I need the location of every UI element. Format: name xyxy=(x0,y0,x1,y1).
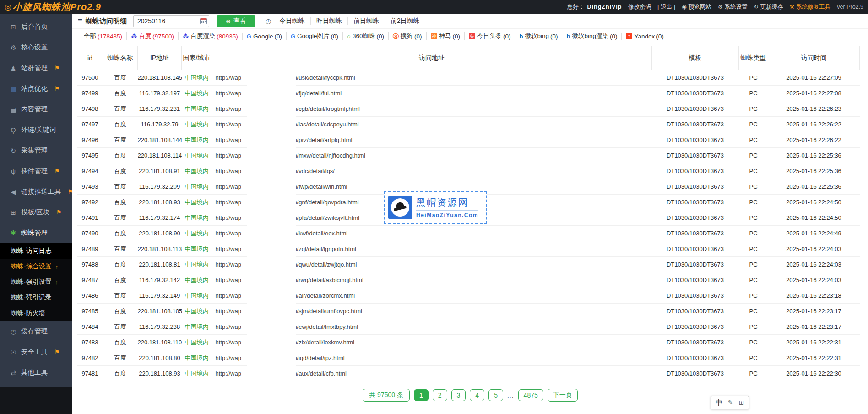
cell-template: DT1030/1030DT3673 xyxy=(652,86,739,101)
cell-ip: 116.179.32.174 xyxy=(138,210,182,226)
quick-date-link[interactable]: 昨日蜘蛛 xyxy=(310,17,347,25)
pin-icon: ⚑ xyxy=(54,85,60,92)
app-logo[interactable]: ◎ 小旋风蜘蛛池Pro2.9 xyxy=(5,1,101,13)
page-2[interactable]: 2 xyxy=(433,389,447,401)
filter-toutiao[interactable]: 头 今日头条 (0) xyxy=(464,32,515,40)
filter-label: 百度 xyxy=(139,32,151,40)
url-suffix: cn/iqd/detail/ipz.html xyxy=(291,354,345,361)
repair-tool-link[interactable]: ⚒ 系统修复工具 xyxy=(790,3,831,11)
filter-baidu-render[interactable]: ⁂ 百度渲染 (80935) xyxy=(178,32,242,40)
list-icon: ≡ xyxy=(78,16,82,26)
sidebar-item-spider-firewall[interactable]: 蜘蛛·防火墙 ⚑ xyxy=(0,305,72,321)
sidebar-item-spider-settings[interactable]: 蜘蛛·综合设置 ↑ ⚑ xyxy=(0,259,72,274)
sidebar-item-spider[interactable]: ✱ 蜘蛛管理 ⚑ xyxy=(0,223,72,243)
cell-region: 中国境内 xyxy=(182,272,212,288)
ime-pencil-icon[interactable]: ✎ xyxy=(728,399,733,406)
cell-region: 中国境内 xyxy=(182,257,212,272)
table-row: 97487 百度 116.179.32.142 中国境内 http://wapc… xyxy=(77,272,860,288)
quick-date-link[interactable]: 前日蜘蛛 xyxy=(347,17,385,25)
sidebar-item-site-group[interactable]: ♟ 站群管理 ⚑ xyxy=(0,58,72,78)
filter-bing[interactable]: b 微软bing (0) xyxy=(515,32,562,40)
url-suffix: cn/gnf/detail/qovpdra.html xyxy=(291,199,359,206)
cell-id: 97492 xyxy=(77,195,103,210)
top-header-bar: ◎ 小旋风蜘蛛池Pro2.9 您好：DingZhiVip 修改密码 [ 退出 ]… xyxy=(0,0,868,14)
toolbar: ≡ 蜘蛛访问明细 ⊕ 查看 ◷ 今日蜘蛛 昨日蜘蛛 xyxy=(72,14,868,29)
cell-id: 97500 xyxy=(77,70,103,86)
table-row: 97481 百度 220.181.108.93 中国境内 http://wapc… xyxy=(77,366,860,381)
cell-template: DT1030/1030DT3673 xyxy=(652,148,739,163)
bing-icon: b xyxy=(566,33,570,39)
page-3[interactable]: 3 xyxy=(451,389,466,401)
sidebar-item-spider-log[interactable]: 蜘蛛·访问日志 ⚑ xyxy=(0,243,72,259)
system-settings-link[interactable]: ⚙ 系统设置 xyxy=(718,3,748,11)
cell-visit-time: 2025-01-16 22:23:17 xyxy=(768,319,860,335)
ime-grid-icon[interactable]: ⊞ xyxy=(739,399,744,406)
next-page-button[interactable]: 下一页 xyxy=(548,389,578,402)
page-4[interactable]: 4 xyxy=(470,389,484,401)
sidebar-item-core-settings[interactable]: ⚙ 核心设置 ⚑ xyxy=(0,37,72,58)
filter-google[interactable]: G Google (0) xyxy=(242,33,286,40)
view-button[interactable]: ⊕ 查看 xyxy=(217,15,255,27)
sidebar-item-spider-force-log[interactable]: 蜘蛛·强引记录 ⚑ xyxy=(0,290,72,305)
cell-id: 97487 xyxy=(77,272,103,288)
cell-template: DT1030/1030DT3673 xyxy=(652,179,739,195)
sidebar-item-collect[interactable]: ↻ 采集管理 ⚑ xyxy=(0,140,72,161)
page-5[interactable]: 5 xyxy=(488,389,503,401)
filter-label: 今日头条 xyxy=(477,32,502,40)
sidebar-item-dashboard[interactable]: ⊡ 后台首页 ⚑ xyxy=(0,16,72,37)
url-suffix: cn/fwp/detail/wih.html xyxy=(291,183,347,190)
sidebar-item-links-keywords[interactable]: Ϙ 外链/关键词 ⚑ xyxy=(0,120,72,140)
ime-language-toggle[interactable]: 中 xyxy=(716,398,722,407)
cell-visit-time: 2025-01-16 22:23:17 xyxy=(768,304,860,319)
system-settings-label: 系统设置 xyxy=(725,3,748,11)
refresh-cache-link[interactable]: ↻ 更新缓存 xyxy=(754,3,783,11)
cell-template: DT1030/1030DT3673 xyxy=(652,70,739,86)
col-template: 模板 xyxy=(652,46,739,70)
sidebar-item-site-optimize[interactable]: ▦ 站点优化 ⚑ xyxy=(0,78,72,99)
page-last[interactable]: 4875 xyxy=(518,389,543,401)
filter-label: 360蜘蛛 xyxy=(353,32,375,40)
refresh-cache-label: 更新缓存 xyxy=(760,3,783,11)
change-password-link[interactable]: 修改密码 xyxy=(628,3,651,11)
calendar-icon[interactable] xyxy=(200,17,207,24)
cell-ip: 220.181.108.105 xyxy=(138,304,182,319)
sidebar-item-cache[interactable]: ◷ 缓存管理 ⚑ xyxy=(0,321,72,342)
logout-link[interactable]: [ 退出 ] xyxy=(657,3,675,11)
cell-region: 中国境内 xyxy=(182,86,212,101)
sidebar-item-spider-force-settings[interactable]: 蜘蛛·强引设置 ↑ ⚑ xyxy=(0,274,72,290)
pin-icon: ⚑ xyxy=(54,349,60,355)
url-prefix: http://wap xyxy=(216,90,241,97)
filter-google-images[interactable]: G Google图片 (0) xyxy=(286,32,342,40)
cell-id: 97483 xyxy=(77,335,103,350)
cell-spider-name: 百度 xyxy=(103,288,138,304)
sidebar-item-templates[interactable]: ⊞ 模板/区块 ⚑ xyxy=(0,202,72,223)
date-input[interactable] xyxy=(133,15,209,27)
filter-sogou[interactable]: Ⓢ 搜狗 (0) xyxy=(388,32,426,40)
sidebar-item-plugins[interactable]: ψ 插件管理 ⚑ xyxy=(0,161,72,181)
cell-visit-time: 2025-01-16 22:24:03 xyxy=(768,272,860,288)
url-prefix: http://wap xyxy=(216,230,241,237)
filter-bing-render[interactable]: b 微软bing渲染 (0) xyxy=(562,32,621,40)
filter-shenma[interactable]: 神 神马 (0) xyxy=(426,32,465,40)
filter-all[interactable]: 全部 (178435) xyxy=(78,32,126,40)
quick-date-link[interactable]: 今日蜘蛛 xyxy=(274,17,310,25)
page-1[interactable]: 1 xyxy=(414,389,429,401)
filter-label: 百度渲染 xyxy=(190,32,215,40)
sidebar-item-content[interactable]: ▤ 内容管理 ⚑ xyxy=(0,99,72,120)
cell-template: DT1030/1030DT3673 xyxy=(652,288,739,304)
filter-yandex[interactable]: Y Yandex (0) xyxy=(621,33,669,40)
preview-site-link[interactable]: ◉ 预览网站 xyxy=(682,3,711,11)
cell-spider-name: 百度 xyxy=(103,210,138,226)
url-suffix: cn/pfa/detail/zwiksjvft.html xyxy=(291,214,359,221)
cell-visit-time: 2025-01-16 22:24:50 xyxy=(768,210,860,226)
sidebar-item-security[interactable]: ☉ 安全工具 ⚑ xyxy=(0,342,72,362)
sidebar-item-link-push[interactable]: ◀ 链接推送工具 ⚑ xyxy=(0,181,72,202)
filter-baidu[interactable]: ⁂ 百度 (97500) xyxy=(126,32,178,40)
quick-date-link[interactable]: 前2日蜘蛛 xyxy=(385,17,425,25)
sidebar-item-other-tools[interactable]: ⇄ 其他工具 ⚑ xyxy=(0,362,72,383)
cell-ip: 220.181.108.114 xyxy=(138,148,182,163)
filter-360[interactable]: ○ 360蜘蛛 (0) xyxy=(342,32,388,40)
cell-id: 97499 xyxy=(77,86,103,101)
cell-spider-name: 百度 xyxy=(103,366,138,381)
cell-id: 97481 xyxy=(77,366,103,381)
